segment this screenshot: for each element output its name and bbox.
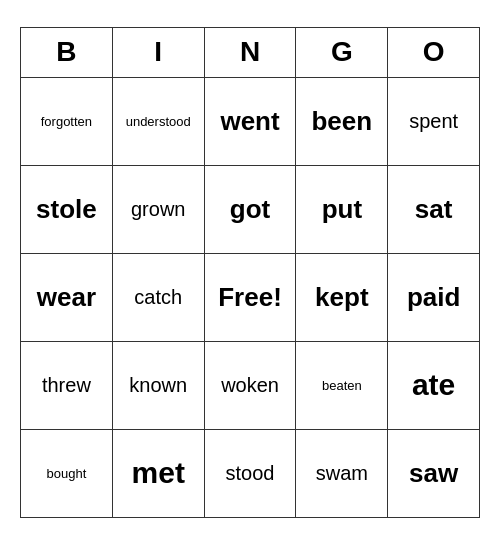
header-cell-b: B [21,27,113,77]
bingo-cell-r2-c4: paid [388,253,480,341]
bingo-cell-r1-c2: got [204,165,296,253]
bingo-cell-r0-c3: been [296,77,388,165]
cell-text: got [230,194,270,224]
cell-text: grown [131,198,185,220]
cell-text: saw [409,458,458,488]
cell-text: paid [407,282,460,312]
cell-text: understood [126,114,191,129]
header-cell-n: N [204,27,296,77]
bingo-cell-r4-c1: met [112,429,204,517]
bingo-cell-r0-c4: spent [388,77,480,165]
bingo-cell-r1-c0: stole [21,165,113,253]
cell-text: woken [221,374,279,396]
cell-text: went [220,106,279,136]
bingo-cell-r3-c4: ate [388,341,480,429]
cell-text: been [311,106,372,136]
cell-text: put [322,194,362,224]
header-cell-g: G [296,27,388,77]
bingo-cell-r2-c2: Free! [204,253,296,341]
bingo-cell-r4-c4: saw [388,429,480,517]
header-cell-i: I [112,27,204,77]
bingo-cell-r1-c4: sat [388,165,480,253]
cell-text: forgotten [41,114,92,129]
cell-text: wear [37,282,96,312]
cell-text: bought [47,466,87,481]
bingo-cell-r1-c3: put [296,165,388,253]
bingo-cell-r3-c1: known [112,341,204,429]
bingo-row-4: boughtmetstoodswamsaw [21,429,480,517]
bingo-row-0: forgottenunderstoodwentbeenspent [21,77,480,165]
bingo-table: BINGO forgottenunderstoodwentbeenspentst… [20,27,480,518]
cell-text: sat [415,194,453,224]
header-cell-o: O [388,27,480,77]
header-row: BINGO [21,27,480,77]
bingo-row-1: stolegrowngotputsat [21,165,480,253]
bingo-cell-r2-c0: wear [21,253,113,341]
bingo-cell-r3-c3: beaten [296,341,388,429]
cell-text: spent [409,110,458,132]
cell-text: met [132,456,185,489]
cell-text: stole [36,194,97,224]
bingo-card: BINGO forgottenunderstoodwentbeenspentst… [10,17,490,528]
cell-text: swam [316,462,368,484]
bingo-row-3: threwknownwokenbeatenate [21,341,480,429]
bingo-cell-r2-c3: kept [296,253,388,341]
bingo-cell-r4-c3: swam [296,429,388,517]
cell-text: catch [134,286,182,308]
cell-text: beaten [322,378,362,393]
bingo-cell-r4-c0: bought [21,429,113,517]
bingo-cell-r3-c0: threw [21,341,113,429]
bingo-cell-r2-c1: catch [112,253,204,341]
cell-text: stood [226,462,275,484]
bingo-cell-r0-c2: went [204,77,296,165]
cell-text: ate [412,368,455,401]
cell-text: Free! [218,282,282,312]
cell-text: known [129,374,187,396]
bingo-cell-r3-c2: woken [204,341,296,429]
bingo-cell-r0-c1: understood [112,77,204,165]
bingo-cell-r1-c1: grown [112,165,204,253]
bingo-cell-r0-c0: forgotten [21,77,113,165]
bingo-row-2: wearcatchFree!keptpaid [21,253,480,341]
cell-text: threw [42,374,91,396]
cell-text: kept [315,282,368,312]
bingo-cell-r4-c2: stood [204,429,296,517]
